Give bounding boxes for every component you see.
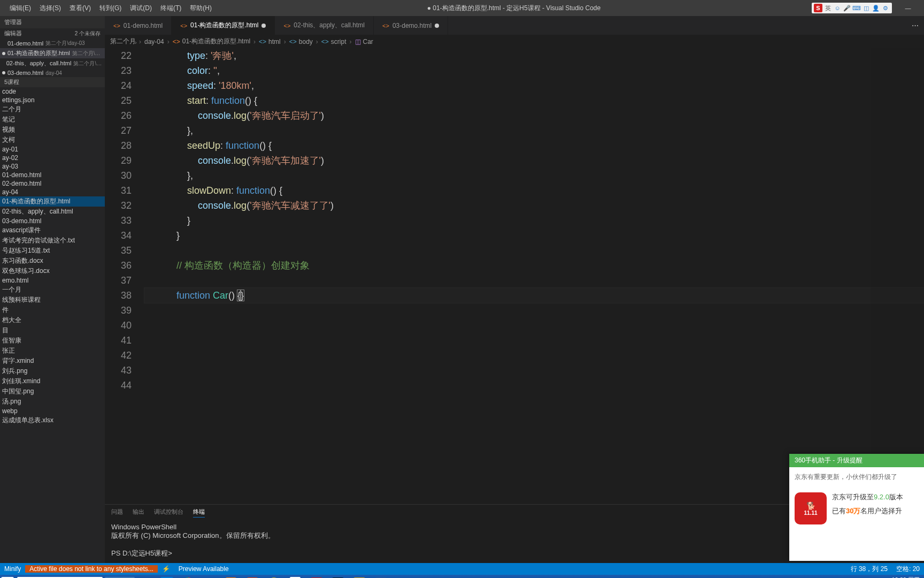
status-cursor-position[interactable]: 行 38，列 25 xyxy=(846,565,892,574)
code-line[interactable] xyxy=(144,303,924,318)
taskbar-app-white[interactable] xyxy=(284,575,306,578)
project-name[interactable]: 5课程 xyxy=(0,77,105,87)
code-line[interactable]: // 构造函数（构造器）创建对象 xyxy=(144,258,924,273)
code-line[interactable]: start: function() { xyxy=(144,93,924,108)
taskbar-word[interactable]: W xyxy=(370,575,391,578)
open-editor-item[interactable]: 03-demo.htmlday-04 xyxy=(0,69,105,77)
breadcrumb-item[interactable]: <> script xyxy=(321,38,346,45)
taskbar-app-yellow[interactable] xyxy=(349,575,370,578)
breadcrumb-item[interactable]: 第二个月 xyxy=(110,37,136,46)
taskbar-app-orange1[interactable] xyxy=(220,575,242,578)
breadcrumb-item[interactable]: ◫ Car xyxy=(355,38,373,45)
status-indent[interactable]: 空格: 20 xyxy=(892,565,924,574)
minimap[interactable] xyxy=(871,48,924,504)
code-content[interactable]: type: '奔驰', color: '', speed: '180km', s… xyxy=(144,48,924,504)
breadcrumb-item[interactable]: day-04 xyxy=(144,38,164,45)
file-tree[interactable]: codeettings.json二个月笔记视频文柯ay-01ay-02ay-03… xyxy=(0,87,105,563)
tree-item[interactable]: 03-demo.html xyxy=(0,217,105,225)
menu-item[interactable]: 调试(D) xyxy=(126,2,156,15)
code-line[interactable]: type: '奔驰', xyxy=(144,48,924,63)
code-line[interactable]: console.log('奔驰汽车启动了') xyxy=(144,108,924,123)
tree-item[interactable]: ay-04 xyxy=(0,188,105,196)
tabs-overflow-icon[interactable]: ⋯ xyxy=(906,16,924,35)
panel-tab[interactable]: 问题 xyxy=(111,507,123,518)
tree-item[interactable]: ay-02 xyxy=(0,154,105,162)
tree-item[interactable]: 01-构造函数的原型.html xyxy=(0,196,105,207)
breadcrumb-item[interactable]: <> 01-构造函数的原型.html xyxy=(173,37,250,46)
code-line[interactable]: console.log('奔驰汽车加速了') xyxy=(144,153,924,168)
taskbar-photoshop[interactable]: Ps xyxy=(327,575,349,578)
tree-item[interactable]: ettings.json xyxy=(0,96,105,104)
menu-item[interactable]: 选择(S) xyxy=(35,2,65,15)
editor-tab[interactable]: <>02-this、apply、call.html xyxy=(275,16,374,35)
taskbar-chrome[interactable] xyxy=(178,575,199,578)
status-preview[interactable]: Preview Available xyxy=(174,565,233,573)
ime-toolbar[interactable]: S 英 ☺ 🎤 ⌨ ◫ 👤 ⚙ xyxy=(812,3,892,13)
editor-tab[interactable]: <>01-构造函数的原型.html xyxy=(172,16,275,35)
tree-item[interactable]: 视频 xyxy=(0,125,105,135)
menu-item[interactable]: 编辑(E) xyxy=(5,2,35,15)
tree-item[interactable]: 刘佳琪.xmind xyxy=(0,376,105,386)
taskbar-vscode[interactable] xyxy=(156,575,178,578)
taskbar-app-1[interactable] xyxy=(135,575,156,578)
ime-settings-icon[interactable]: ⚙ xyxy=(881,4,890,12)
taskbar-app-x[interactable]: ✕ xyxy=(306,575,327,578)
tree-item[interactable]: 目 xyxy=(0,325,105,336)
code-line[interactable] xyxy=(144,363,924,378)
tree-item[interactable]: 刘兵.png xyxy=(0,366,105,376)
ime-lang[interactable]: 英 xyxy=(823,4,832,12)
code-line[interactable]: console.log('奔驰汽车减速了了') xyxy=(144,198,924,213)
code-line[interactable] xyxy=(144,348,924,363)
open-editors-header[interactable]: 编辑器 2 个未保存 xyxy=(0,28,105,39)
code-line[interactable]: } xyxy=(144,213,924,228)
tree-item[interactable]: 件 xyxy=(0,305,105,315)
tree-item[interactable]: ay-03 xyxy=(0,162,105,171)
open-editor-item[interactable]: 01-构造函数的原型.html第二个月\day-04 xyxy=(0,48,105,58)
taskbar-explorer[interactable] xyxy=(199,575,220,578)
code-line[interactable] xyxy=(144,333,924,348)
code-line[interactable]: function Car() {} xyxy=(144,288,924,303)
code-line[interactable] xyxy=(144,378,924,393)
open-editor-item[interactable]: 01-demo.html第二个月\day-03 xyxy=(0,39,105,48)
editor-tab[interactable]: <>03-demo.html xyxy=(374,16,448,35)
tree-item[interactable]: 双色球练习.docx xyxy=(0,266,105,276)
tree-item[interactable]: 二个月 xyxy=(0,104,105,115)
collapse-marker-icon[interactable]: › xyxy=(135,39,137,45)
sogou-icon[interactable]: S xyxy=(814,4,822,12)
tree-item[interactable]: 档大全 xyxy=(0,315,105,325)
taskbar-app-orange2[interactable] xyxy=(242,575,263,578)
tree-item[interactable]: 中国玺.png xyxy=(0,386,105,397)
status-stylesheet-warning[interactable]: Active file does not link to any stylesh… xyxy=(25,565,157,573)
code-line[interactable]: speed: '180km', xyxy=(144,78,924,93)
tree-item[interactable]: 线预科班课程 xyxy=(0,295,105,305)
tree-item[interactable]: 侄智康 xyxy=(0,336,105,346)
tree-item[interactable]: 远成绩单总表.xlsx xyxy=(0,415,105,425)
tree-item[interactable]: 02-demo.html xyxy=(0,179,105,188)
code-line[interactable]: }, xyxy=(144,123,924,138)
menu-item[interactable]: 转到(G) xyxy=(95,2,126,15)
breadcrumbs[interactable]: 第二个月›day-04›<> 01-构造函数的原型.html›<> html›<… xyxy=(105,35,924,48)
code-line[interactable]: seedUp: function() { xyxy=(144,138,924,153)
ime-person-icon[interactable]: 👤 xyxy=(872,4,880,12)
breadcrumb-item[interactable]: <> body xyxy=(289,38,313,45)
ime-box-icon[interactable]: ◫ xyxy=(862,4,871,12)
tree-item[interactable]: ay-01 xyxy=(0,145,105,154)
ime-emoji-icon[interactable]: ☺ xyxy=(833,4,842,12)
panel-tab[interactable]: 输出 xyxy=(133,507,144,518)
code-line[interactable]: color: '', xyxy=(144,63,924,78)
tree-item[interactable]: 01-demo.html xyxy=(0,171,105,179)
ime-mic-icon[interactable]: 🎤 xyxy=(843,4,851,12)
menu-item[interactable]: 终端(T) xyxy=(156,2,186,15)
tree-item[interactable]: 笔记 xyxy=(0,115,105,125)
menu-item[interactable]: 查看(V) xyxy=(65,2,95,15)
code-editor[interactable]: 2223242526272829303132333435363738394041… xyxy=(105,48,924,504)
tree-item[interactable]: webp xyxy=(0,407,105,415)
tree-item[interactable]: 考试考完的尝试做这个.txt xyxy=(0,235,105,246)
tree-item[interactable]: 02-this、apply、call.html xyxy=(0,207,105,217)
tree-item[interactable]: 东习函数.docx xyxy=(0,256,105,266)
code-line[interactable]: } xyxy=(144,228,924,243)
tree-item[interactable]: avascript课件 xyxy=(0,225,105,235)
status-lightning-icon[interactable]: ⚡ xyxy=(158,565,174,573)
window-minimize[interactable]: — xyxy=(897,3,919,13)
panel-tab[interactable]: 调试控制台 xyxy=(154,507,183,518)
